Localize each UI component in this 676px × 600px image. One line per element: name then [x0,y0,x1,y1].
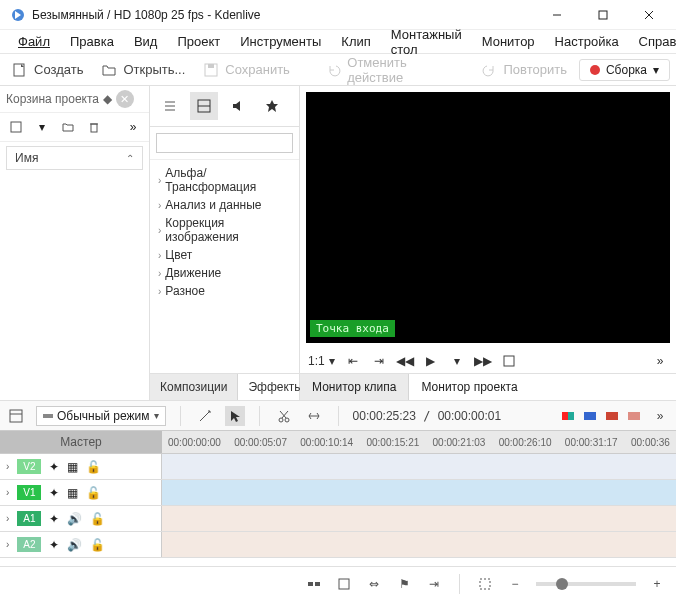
pin-icon[interactable]: ◆ [103,92,112,106]
menu-settings[interactable]: Настройка [547,32,627,51]
flag-icon[interactable]: ⚑ [395,575,413,593]
zoom-out-icon[interactable]: − [506,575,524,593]
chevron-icon[interactable]: › [6,461,9,472]
close-icon[interactable]: ✕ [116,90,134,108]
record-icon [590,65,600,75]
video-effects-icon[interactable] [190,92,218,120]
render-button[interactable]: Сборка ▾ [579,59,670,81]
fx-icon[interactable]: ✦ [49,512,59,526]
lock-icon[interactable]: 🔓 [86,486,101,500]
out-point-icon[interactable]: ⇥ [371,353,387,369]
menubar: Файл Правка Вид Проект Инструменты Клип … [0,30,676,54]
dropdown-icon[interactable]: ▾ [34,119,50,135]
expand-icon[interactable]: » [125,119,141,135]
edit-mode-select[interactable]: Обычный режим ▾ [36,406,166,426]
audio-icon[interactable]: 🔊 [67,512,82,526]
tool-icon[interactable] [195,406,215,426]
effects-search-input[interactable] [156,133,293,153]
in-point-icon[interactable]: ⇤ [345,353,361,369]
menu-view[interactable]: Вид [126,32,166,51]
menu-edit[interactable]: Правка [62,32,122,51]
menu-file[interactable]: Файл [10,32,58,51]
cut-tool-icon[interactable] [274,406,294,426]
timeline-ruler[interactable]: Мастер 00:00:00:00 00:00:05:07 00:00:10:… [0,430,676,454]
tab-clip-monitor[interactable]: Монитор клипа [300,374,409,400]
forward-icon[interactable]: ▶▶ [475,353,491,369]
maximize-button[interactable] [580,0,626,30]
name-column-header[interactable]: Имя ⌃ [6,146,143,170]
track-v1[interactable]: ›V1 ✦▦🔓 [0,480,676,506]
expand-icon[interactable]: » [650,406,670,426]
zoom-slider[interactable] [536,582,636,586]
effect-category[interactable]: ›Коррекция изображения [158,214,291,246]
play-icon[interactable]: ▶ [423,353,439,369]
fx-icon[interactable]: ✦ [49,486,59,500]
pointer-tool-icon[interactable] [225,406,245,426]
audio-effects-icon[interactable] [224,92,252,120]
fit-icon[interactable]: ⇔ [365,575,383,593]
track-a2[interactable]: ›A2 ✦🔊🔓 [0,532,676,558]
monitor-view[interactable]: Точка входа [306,92,670,343]
chevron-icon[interactable]: › [6,539,9,550]
effect-category[interactable]: ›Цвет [158,246,291,264]
audio-icon[interactable]: 🔊 [67,538,82,552]
tab-project-monitor[interactable]: Монитор проекта [409,374,529,400]
open-button[interactable]: Открыть... [95,60,191,80]
effect-category[interactable]: ›Альфа/Трансформация [158,164,291,196]
undo-button[interactable]: Отменить действие [320,53,470,87]
menu-monitor[interactable]: Монитор [474,32,543,51]
snap-icon[interactable] [305,575,323,593]
effect-category[interactable]: ›Движение [158,264,291,282]
save-icon[interactable] [335,575,353,593]
zoom-in-icon[interactable]: + [648,575,666,593]
svg-rect-15 [10,410,22,422]
timeline-config-icon[interactable] [6,406,26,426]
lock-icon[interactable]: 🔓 [90,512,105,526]
chevron-down-icon: ▾ [329,354,335,368]
track-v2[interactable]: ›V2 ✦▦🔓 [0,454,676,480]
color-markers[interactable] [562,412,640,420]
zoom-select[interactable]: 1:1 ▾ [308,354,335,368]
chevron-icon[interactable]: › [6,513,9,524]
menu-project[interactable]: Проект [169,32,228,51]
video-icon[interactable]: ▦ [67,486,78,500]
fx-icon[interactable]: ✦ [49,460,59,474]
redo-button[interactable]: Повторить [475,60,572,80]
effect-category[interactable]: ›Разное [158,282,291,300]
save-label: Сохранить [225,62,290,77]
effect-category[interactable]: ›Анализ и данные [158,196,291,214]
save-button[interactable]: Сохранить [197,60,296,80]
add-clip-icon[interactable] [8,119,24,135]
dropdown-icon[interactable]: ▾ [449,353,465,369]
svg-rect-17 [43,414,53,418]
svg-rect-20 [308,582,313,586]
menu-help[interactable]: Справка [631,32,676,51]
menu-clip[interactable]: Клип [333,32,378,51]
chevron-icon[interactable]: › [6,487,9,498]
chevron-down-icon: ▾ [154,410,159,421]
video-icon[interactable]: ▦ [67,460,78,474]
list-view-icon[interactable] [156,92,184,120]
crop-icon[interactable] [501,353,517,369]
delete-icon[interactable] [86,119,102,135]
spacer-tool-icon[interactable] [304,406,324,426]
menu-tools[interactable]: Инструменты [232,32,329,51]
folder-icon[interactable] [60,119,76,135]
close-button[interactable] [626,0,672,30]
expand-icon[interactable]: » [652,353,668,369]
marker-icon[interactable]: ⇥ [425,575,443,593]
fx-icon[interactable]: ✦ [49,538,59,552]
entry-point-tag: Точка входа [310,320,395,337]
window-title: Безымянный / HD 1080p 25 fps - Kdenlive [32,8,534,22]
lock-icon[interactable]: 🔓 [90,538,105,552]
favorites-icon[interactable] [258,92,286,120]
lock-icon[interactable]: 🔓 [86,460,101,474]
track-a1[interactable]: ›A1 ✦🔊🔓 [0,506,676,532]
create-button[interactable]: Создать [6,60,89,80]
tab-compositions[interactable]: Композиции [150,374,238,400]
minimize-button[interactable] [534,0,580,30]
rewind-icon[interactable]: ◀◀ [397,353,413,369]
timeline-toolbar: Обычный режим ▾ 00:00:25:23 / 00:00:00:0… [0,400,676,430]
zoom-fit-icon[interactable] [476,575,494,593]
render-label: Сборка [606,63,647,77]
